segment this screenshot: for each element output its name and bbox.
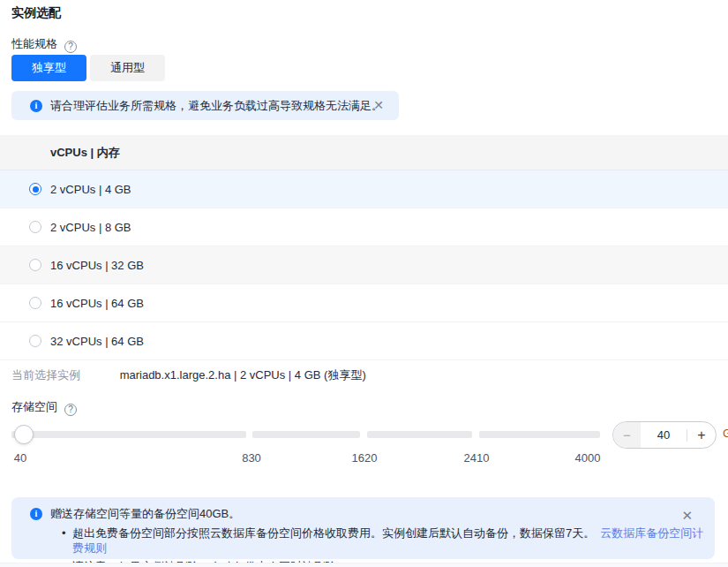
page-title: 实例选配 [11, 5, 61, 21]
stepper-value-input[interactable]: 40 [641, 428, 687, 442]
radio-selected-icon[interactable] [29, 183, 41, 195]
performance-spec-label: 性能规格? [11, 36, 77, 53]
next-section-edge [0, 563, 728, 567]
stepper-plus-button[interactable]: + [687, 422, 716, 448]
flavor-row-16vcpu-64gb[interactable]: 16 vCPUs | 64 GB [0, 284, 728, 322]
flavor-row-label: 2 vCPUs | 4 GB [50, 183, 131, 196]
flavor-row-label: 16 vCPUs | 32 GB [50, 259, 144, 272]
backup-bullet-1-text: 超出免费备份空间部分按照云数据库备份空间价格收取费用。实例创建后默认自动备份，数… [72, 525, 715, 556]
current-instance-value: mariadb.x1.large.2.ha | 2 vCPUs | 4 GB (… [120, 368, 366, 382]
instance-config-panel: 实例选配 性能规格? 独享型 通用型 i 请合理评估业务所需规格，避免业务负载过… [0, 0, 728, 567]
flavor-row-2vcpu-4gb[interactable]: 2 vCPUs | 4 GB [0, 170, 728, 208]
slider-tick-830: 830 [242, 451, 261, 465]
slider-track-segment[interactable] [11, 431, 246, 438]
backup-bullet-1-body: 超出免费备份空间部分按照云数据库备份空间价格收取费用。实例创建后默认自动备份，数… [72, 526, 595, 540]
flavor-row-label: 2 vCPUs | 8 GB [50, 221, 131, 234]
storage-unit-label: GB [723, 427, 728, 442]
radio-icon[interactable] [29, 259, 41, 271]
flavor-table: vCPUs | 内存 2 vCPUs | 4 GB 2 vCPUs | 8 GB… [0, 135, 728, 360]
tab-general[interactable]: 通用型 [90, 55, 165, 81]
slider-handle[interactable] [14, 425, 34, 444]
spec-type-tabs: 独享型 通用型 [11, 55, 165, 81]
help-icon[interactable]: ? [64, 404, 77, 416]
slider-tick-2410: 2410 [464, 451, 490, 465]
storage-space-label-text: 存储空间 [11, 400, 57, 413]
info-icon: i [30, 100, 42, 112]
backup-bullet-1: • 超出免费备份空间部分按照云数据库备份空间价格收取费用。实例创建后默认自动备份… [11, 525, 715, 556]
flavor-table-header: vCPUs | 内存 [0, 135, 728, 170]
flavor-row-label: 32 vCPUs | 64 GB [50, 335, 144, 348]
slider-tick-40: 40 [14, 451, 26, 465]
backup-info-banner: i 赠送存储空间等量的备份空间40GB。 • 超出免费备份空间部分按照云数据库备… [11, 497, 715, 559]
storage-stepper: − 40 + [612, 421, 717, 449]
slider-track-segment[interactable] [252, 431, 360, 438]
current-instance-label: 当前选择实例 [11, 368, 80, 382]
stepper-minus-button[interactable]: − [613, 422, 641, 448]
slider-tick-1620: 1620 [352, 451, 378, 465]
flavor-row-label: 16 vCPUs | 64 GB [50, 297, 144, 310]
performance-spec-label-text: 性能规格 [11, 37, 57, 50]
flavor-row-32vcpu-64gb[interactable]: 32 vCPUs | 64 GB [0, 322, 728, 360]
info-icon: i [30, 508, 42, 520]
backup-title-row: i 赠送存储空间等量的备份空间40GB。 [11, 497, 715, 522]
slider-track-segment[interactable] [479, 431, 600, 438]
close-icon[interactable]: ✕ [681, 510, 693, 522]
radio-icon[interactable] [29, 297, 41, 309]
slider-tick-4000: 4000 [575, 451, 601, 465]
close-icon[interactable]: ✕ [373, 99, 384, 111]
help-icon[interactable]: ? [64, 41, 77, 53]
spec-alert-banner: i 请合理评估业务所需规格，避免业务负载过高导致规格无法满足。 ✕ [11, 91, 399, 120]
bullet-icon: • [62, 525, 72, 556]
flavor-row-16vcpu-32gb[interactable]: 16 vCPUs | 32 GB [0, 246, 728, 284]
storage-space-label: 存储空间? [11, 399, 77, 416]
backup-title-text: 赠送存储空间等量的备份空间40GB。 [50, 506, 240, 522]
slider-track-segment[interactable] [367, 431, 472, 438]
current-instance-line: 当前选择实例 mariadb.x1.large.2.ha | 2 vCPUs |… [11, 367, 366, 383]
radio-icon[interactable] [29, 335, 41, 347]
flavor-row-2vcpu-8gb[interactable]: 2 vCPUs | 8 GB [0, 208, 728, 246]
radio-icon[interactable] [29, 221, 41, 233]
tab-dedicated[interactable]: 独享型 [11, 55, 86, 81]
spec-alert-text: 请合理评估业务所需规格，避免业务负载过高导致规格无法满足。 [50, 98, 383, 114]
